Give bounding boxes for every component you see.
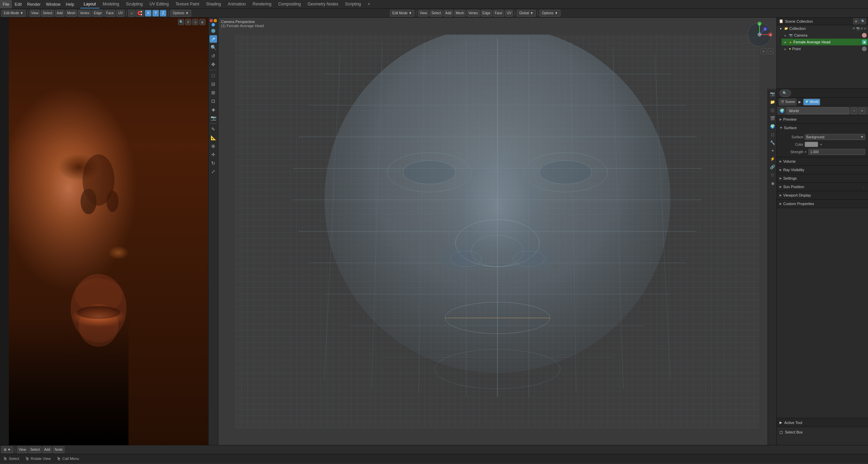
vertex-menu[interactable]: Vertex bbox=[78, 10, 91, 17]
render-props-btn[interactable]: 📷 bbox=[769, 90, 776, 98]
outliner-item-point[interactable]: ▸ ● Point bbox=[782, 45, 868, 52]
menu-help[interactable]: Help bbox=[63, 0, 77, 8]
tab-rendering[interactable]: Rendering bbox=[249, 0, 275, 8]
zoom-btn[interactable]: 🔍 bbox=[178, 19, 184, 25]
world-unlink-btn[interactable]: ✕ bbox=[859, 108, 865, 114]
right-mesh-menu[interactable]: Mesh bbox=[454, 10, 466, 17]
view-top-btn[interactable]: ⊡ bbox=[210, 97, 217, 105]
viewport-display-header[interactable]: ▶ Viewport Display bbox=[777, 191, 868, 199]
move-btn[interactable]: ✛ bbox=[210, 151, 217, 158]
material-props-btn[interactable]: ◉ bbox=[769, 180, 776, 187]
nav-ball-teal[interactable] bbox=[211, 29, 215, 33]
world-props-btn[interactable]: 🌍 bbox=[769, 123, 776, 130]
custom-props-header[interactable]: ▶ Custom Properties bbox=[777, 200, 868, 208]
tab-geometry-nodes[interactable]: Geometry Nodes bbox=[304, 0, 342, 8]
add-menu[interactable]: Add bbox=[55, 10, 64, 17]
tab-scripting[interactable]: Scripting bbox=[342, 0, 364, 8]
menu-edit[interactable]: Edit bbox=[12, 0, 24, 8]
color-swatch[interactable] bbox=[805, 142, 818, 147]
transform-z[interactable]: Z bbox=[160, 10, 166, 17]
3d-zoom-out[interactable]: − bbox=[768, 48, 774, 54]
snap-toggle[interactable]: 🧲 bbox=[136, 10, 144, 17]
outliner-filter-btn[interactable]: ⊞ bbox=[853, 18, 859, 24]
menu-file[interactable]: File bbox=[0, 0, 12, 8]
measure-btn[interactable]: 📐 bbox=[210, 134, 217, 141]
surface-section-header[interactable]: ▼ Surface bbox=[777, 124, 868, 132]
right-edit-mode-dropdown[interactable]: Edit Mode ▼ bbox=[390, 10, 414, 17]
tab-animation[interactable]: Animation bbox=[224, 0, 249, 8]
right-add-menu[interactable]: Add bbox=[443, 10, 453, 17]
world-tab[interactable]: 🌍 World bbox=[803, 99, 820, 105]
tab-compositing[interactable]: Compositing bbox=[275, 0, 304, 8]
volume-section-header[interactable]: ▶ Volume bbox=[777, 157, 868, 165]
output-props-btn[interactable]: 📁 bbox=[769, 98, 776, 106]
right-options-dropdown[interactable]: Options ▼ bbox=[539, 10, 560, 17]
data-props-btn[interactable]: ▽ bbox=[769, 172, 776, 179]
view-camera-btn[interactable]: 📷 bbox=[210, 114, 217, 122]
uv-menu[interactable]: UV bbox=[116, 10, 124, 17]
shading-btn[interactable]: ◐ bbox=[199, 19, 205, 25]
bottom-view-btn[interactable]: View bbox=[17, 446, 28, 453]
visibility-icon[interactable]: 👁 bbox=[852, 27, 855, 30]
restrict-icon[interactable]: ⊘ bbox=[864, 27, 867, 30]
right-uv-menu[interactable]: UV bbox=[505, 10, 513, 17]
zoom-tool-btn[interactable]: 🔍 bbox=[210, 44, 217, 51]
scene-tab[interactable]: 🎬 Scene bbox=[779, 99, 796, 105]
sun-position-header[interactable]: ▶ Sun Position ⋮ bbox=[777, 183, 868, 191]
menu-window[interactable]: Window bbox=[43, 0, 63, 8]
transform-y[interactable]: Y bbox=[152, 10, 159, 17]
tab-texture-paint[interactable]: Texture Paint bbox=[172, 0, 203, 8]
bottom-node-btn[interactable]: Node bbox=[53, 446, 64, 453]
uv-editor-viewport[interactable]: 🔍 # ◎ ◐ bbox=[9, 18, 208, 445]
edit-mode-dropdown[interactable]: Edit Mode ▼ bbox=[1, 10, 26, 17]
menu-render[interactable]: Render bbox=[24, 0, 43, 8]
right-select-menu[interactable]: Select bbox=[430, 10, 442, 17]
outliner-search-btn[interactable]: 🔍 bbox=[860, 18, 866, 24]
3d-zoom-in[interactable]: + bbox=[761, 48, 767, 54]
select-tool-btn[interactable]: ↗ bbox=[210, 35, 217, 43]
scale-btn[interactable]: ⤢ bbox=[210, 168, 217, 175]
view-layer-props-btn[interactable]: ◫ bbox=[769, 106, 776, 114]
tab-add[interactable]: + bbox=[364, 0, 374, 8]
world-new-btn[interactable]: + bbox=[851, 108, 857, 114]
right-face-menu[interactable]: Face bbox=[493, 10, 504, 17]
rotate-btn[interactable]: ↻ bbox=[210, 159, 217, 167]
face-menu[interactable]: Face bbox=[104, 10, 115, 17]
modifier-props-btn[interactable]: 🔧 bbox=[769, 139, 776, 146]
nav-ball-orange[interactable] bbox=[214, 19, 217, 22]
right-transform-orientation[interactable]: Global ▼ bbox=[517, 10, 536, 17]
tab-layout[interactable]: Layout bbox=[80, 0, 99, 8]
outliner-item-camera[interactable]: ▸ 📷 Camera bbox=[782, 32, 868, 39]
3d-view-canvas[interactable]: Camera Perspective (1) Female Average He… bbox=[218, 18, 776, 445]
annotate-btn[interactable]: ✎ bbox=[210, 125, 217, 133]
ray-visibility-header[interactable]: ▶ Ray Visibility bbox=[777, 166, 868, 174]
overlay-btn[interactable]: ◎ bbox=[192, 19, 198, 25]
world-name-input[interactable]: World bbox=[787, 107, 849, 114]
view-front-btn[interactable]: □ bbox=[210, 72, 217, 79]
sun-pos-menu-icon[interactable]: ⋮ bbox=[862, 185, 865, 189]
rotate-view-btn[interactable]: ↺ bbox=[210, 52, 217, 60]
grid-btn[interactable]: # bbox=[185, 19, 191, 25]
strength-input[interactable]: 1.000 bbox=[808, 149, 865, 155]
cursor-tool-btn[interactable]: ✥ bbox=[210, 61, 217, 68]
settings-section-header[interactable]: ▶ Settings bbox=[777, 174, 868, 182]
transform-btn[interactable]: ⊕ bbox=[210, 142, 217, 150]
right-vertex-menu[interactable]: Vertex bbox=[467, 10, 479, 17]
nav-ball-red[interactable] bbox=[210, 19, 213, 22]
tab-sculpting[interactable]: Sculpting bbox=[123, 0, 146, 8]
outliner-item-female-head[interactable]: ▸ ▲ Female Average Head ◉ bbox=[782, 39, 868, 45]
surface-type-dropdown[interactable]: Background ▼ bbox=[805, 134, 865, 140]
physics-props-btn[interactable]: ⚡ bbox=[769, 155, 776, 163]
3d-viewport[interactable]: Camera Perspective (1) Female Average He… bbox=[218, 18, 776, 445]
mesh-menu[interactable]: Mesh bbox=[65, 10, 77, 17]
tab-uv-editing[interactable]: UV Editing bbox=[146, 0, 172, 8]
bottom-add-btn[interactable]: Add bbox=[42, 446, 52, 453]
view-perspective-btn[interactable]: ◈ bbox=[210, 106, 217, 113]
bottom-editor-type[interactable]: ⊞ ▼ bbox=[1, 446, 13, 453]
options-dropdown[interactable]: Options ▼ bbox=[170, 10, 191, 17]
preview-section-header[interactable]: ▶ Preview bbox=[777, 115, 868, 123]
scene-props-btn[interactable]: 🎬 bbox=[769, 115, 776, 122]
nav-ball-blue[interactable] bbox=[212, 23, 215, 26]
constraints-props-btn[interactable]: 🔗 bbox=[769, 163, 776, 171]
navigation-gizmo[interactable]: X Y Z bbox=[746, 21, 773, 49]
